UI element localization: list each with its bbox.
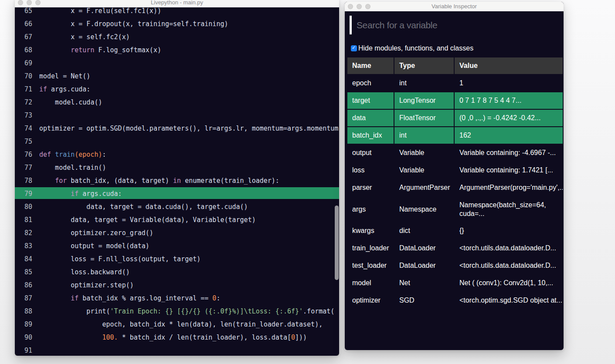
line-number: 71 [15, 83, 32, 96]
line-number: 91 [15, 344, 32, 356]
cell-value: {} [455, 222, 563, 239]
minimize-button[interactable] [357, 4, 362, 9]
code-text: model = Net() [39, 70, 90, 83]
cell-type: DataLoader [394, 257, 454, 274]
traffic-lights [348, 2, 370, 11]
zoom-button[interactable] [35, 0, 41, 5]
cell-name: args [347, 197, 394, 222]
code-line: 80 data, target = data.cuda(), target.cu… [15, 200, 339, 213]
cell-type: Net [394, 275, 454, 291]
line-number: 66 [15, 17, 32, 30]
text-caret-icon [350, 16, 352, 34]
table-row[interactable]: model Net Net ( (conv1): Conv2d(1, 10,..… [347, 275, 563, 291]
code-line: 91 [15, 344, 339, 356]
line-number: 68 [15, 44, 32, 57]
cell-name: batch_idx [347, 127, 394, 144]
code-text: optimizer.step() [39, 279, 134, 292]
code-text: output = model(data) [39, 239, 150, 253]
code-line: 78 for batch_idx, (data, target) in enum… [15, 174, 339, 187]
search-input[interactable] [357, 20, 559, 30]
code-line: 76 def train(epoch): [15, 148, 339, 161]
code-text: model.cuda() [39, 96, 102, 109]
code-line: 65 x = F.relu(self.fc1(x)) [15, 7, 339, 17]
table-row[interactable]: data FloatTensor (0 ,0 ,.,.) = -0.4242 -… [347, 110, 563, 126]
code-text: if args.cuda: [39, 83, 90, 96]
column-header-name[interactable]: Name [347, 57, 394, 74]
line-number: 80 [15, 200, 32, 213]
code-text: 100. * batch_idx / len(train_loader), lo… [39, 331, 307, 344]
code-editor[interactable]: 65 x = F.relu(self.fc1(x)) 66 x = F.drop… [15, 7, 339, 356]
traffic-lights [18, 0, 41, 7]
column-header-value[interactable]: Value [455, 57, 563, 74]
code-text: if args.cuda: [39, 187, 122, 200]
code-text: loss.backward() [39, 266, 130, 279]
line-number: 83 [15, 239, 32, 253]
table-row[interactable]: args Namespace Namespace(batch_size=64, … [347, 197, 563, 222]
cell-name: kwargs [347, 222, 394, 239]
table-row[interactable]: parser ArgumentParser ArgumentParser(pro… [347, 179, 563, 196]
code-text: model.train() [39, 161, 106, 174]
code-text: optimizer.zero_grad() [39, 226, 153, 239]
code-text: for batch_idx, (data, target) in enumera… [39, 174, 279, 187]
hide-filter-row[interactable]: Hide modules, functions, and classes [351, 45, 564, 51]
hide-filter-checkbox[interactable] [351, 45, 357, 51]
cell-name: test_loader [347, 257, 394, 274]
table-row[interactable]: epoch int 1 [347, 75, 563, 91]
code-text: x = F.relu(self.fc1(x)) [39, 7, 161, 17]
line-number: 67 [15, 30, 32, 44]
cell-name: train_loader [347, 240, 394, 256]
cell-name: output [347, 145, 394, 161]
line-number: 88 [15, 305, 32, 318]
code-line: 84 loss = F.nll_loss(output, target) [15, 253, 339, 266]
editor-titlebar[interactable]: Livepython - main.py [15, 0, 339, 7]
line-number: 75 [15, 135, 32, 148]
line-number: 79 [15, 187, 32, 200]
cell-value: Variable containing: 1.7421 [... [455, 162, 563, 179]
vertical-scrollbar-thumb[interactable] [335, 206, 339, 280]
line-number: 78 [15, 174, 32, 187]
line-number: 65 [15, 7, 32, 17]
code-line: 88 print('Train Epoch: {} [{}/{} ({:.0f}… [15, 305, 339, 318]
table-row[interactable]: batch_idx int 162 [347, 127, 563, 144]
code-line: 85 loss.backward() [15, 266, 339, 279]
line-number: 69 [15, 57, 32, 70]
table-header-row: Name Type Value [347, 57, 563, 74]
cell-value: 0 7 1 7 8 7 5 4 4 7... [455, 92, 563, 109]
cell-type: dict [394, 222, 454, 239]
cell-type: FloatTensor [394, 110, 454, 126]
code-line: 70 model = Net() [15, 70, 339, 83]
code-line: 87 if batch_idx % args.log_interval == 0… [15, 292, 339, 305]
cell-value: <torch.utils.data.dataloader.D... [455, 240, 563, 256]
table-row[interactable]: test_loader DataLoader <torch.utils.data… [347, 257, 563, 274]
table-row[interactable]: train_loader DataLoader <torch.utils.dat… [347, 240, 563, 256]
code-text: optimizer = optim.SGD(model.parameters()… [39, 122, 339, 135]
table-row[interactable]: loss Variable Variable containing: 1.742… [347, 162, 563, 179]
cell-name: model [347, 275, 394, 291]
line-number: 76 [15, 148, 32, 161]
code-line: 73 [15, 109, 339, 122]
cell-type: int [394, 75, 454, 91]
table-row[interactable]: target LongTensor 0 7 1 7 8 7 5 4 4 7... [347, 92, 563, 109]
column-header-type[interactable]: Type [394, 57, 454, 74]
code-text: if batch_idx % args.log_interval == 0: [39, 292, 220, 305]
search-box[interactable] [350, 16, 559, 34]
table-row[interactable]: optimizer SGD <torch.optim.sgd.SGD objec… [347, 292, 563, 309]
close-button[interactable] [18, 0, 23, 5]
code-text: return F.log_softmax(x) [39, 44, 161, 57]
line-number: 82 [15, 226, 32, 239]
table-row[interactable]: output Variable Variable containing: -4.… [347, 145, 563, 161]
line-number: 70 [15, 70, 32, 83]
table-row[interactable]: kwargs dict {} [347, 222, 563, 239]
inspector-titlebar[interactable]: Variable Inspector [345, 2, 564, 11]
code-text: data, target = data.cuda(), target.cuda(… [39, 200, 248, 213]
inspector-window-title: Variable Inspector [345, 3, 564, 10]
code-line: 77 model.train() [15, 161, 339, 174]
line-number: 90 [15, 331, 32, 344]
cell-type: int [394, 127, 454, 144]
line-number: 87 [15, 292, 32, 305]
zoom-button[interactable] [365, 4, 370, 9]
close-button[interactable] [348, 4, 353, 9]
inspector-window: Variable Inspector Hide modules, functio… [345, 2, 564, 350]
cell-name: data [347, 110, 394, 126]
minimize-button[interactable] [27, 0, 32, 5]
